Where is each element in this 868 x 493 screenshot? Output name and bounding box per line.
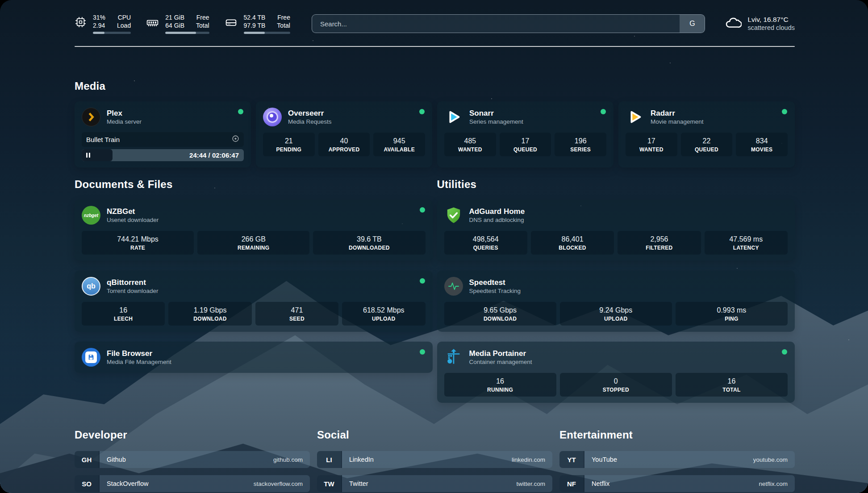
plex-status-dot	[238, 109, 243, 114]
search-bar: G	[312, 14, 705, 33]
overseerr-title: Overseerr	[288, 109, 332, 118]
memory-progress-track	[165, 32, 209, 34]
service-card-filebrowser: File Browser Media File Management	[75, 342, 433, 373]
sonarr-stat-series: 196 SERIES	[555, 133, 606, 156]
disk-icon	[225, 16, 238, 31]
portainer-stat-stopped: 0 STOPPED	[560, 373, 672, 397]
bookmark-stackoverflow-name: StackOverflow	[100, 475, 148, 492]
memory-total-value: 64 GiB	[165, 21, 184, 29]
sonarr-icon	[444, 108, 463, 126]
bookmark-github[interactable]: GH Github github.com	[75, 451, 310, 468]
radarr-desc: Movie management	[651, 118, 704, 126]
qbittorrent-stat-leech: 16 LEECH	[82, 302, 165, 326]
bookmark-netflix[interactable]: NF Netflix netflix.com	[559, 475, 795, 492]
plex-playback-progress: 24:44 / 02:06:47	[82, 149, 244, 161]
overseerr-stat-available: 945 AVAILABLE	[373, 133, 425, 156]
bookmark-linkedin-domain: linkedin.com	[512, 451, 552, 468]
portainer-stat-running: 16 RUNNING	[444, 373, 556, 397]
memory-total-label: Total	[196, 21, 209, 29]
nzbget-stat-downloaded: 39.6 TB DOWNLOADED	[313, 231, 425, 255]
adguard-icon	[444, 206, 463, 225]
radarr-service-link[interactable]: Radarr Movie management	[626, 108, 788, 126]
bookmark-netflix-abbr: NF	[559, 475, 584, 492]
overseerr-desc: Media Requests	[288, 118, 332, 126]
portainer-icon	[444, 348, 463, 367]
overseerr-service-link[interactable]: Overseerr Media Requests	[263, 108, 425, 126]
disk-total-label: Total	[277, 21, 290, 29]
bookmark-youtube-domain: youtube.com	[753, 451, 795, 468]
adguard-stat-blocked: 86,401 BLOCKED	[531, 231, 614, 255]
disk-progress-track	[244, 32, 290, 34]
filebrowser-service-link[interactable]: File Browser Media File Management	[82, 348, 426, 367]
bookmarks-social: Social LI LinkedIn linkedin.com TW Twitt…	[317, 429, 552, 493]
memory-widget: 21 GiB 64 GiB Free Total	[146, 13, 209, 34]
filebrowser-icon	[82, 348, 100, 367]
speedtest-stat-upload: 9.24 Gbps UPLOAD	[560, 302, 672, 326]
now-playing-disc-icon	[232, 135, 239, 144]
overseerr-stat-pending: 21 PENDING	[263, 133, 315, 156]
cpu-load-value: 2.94	[93, 21, 105, 29]
qbittorrent-service-link[interactable]: qb qBittorrent Torrent downloader	[82, 277, 426, 296]
adguard-desc: DNS and adblocking	[469, 216, 525, 224]
radarr-stat-queued: 22 QUEUED	[681, 133, 733, 156]
bookmark-stackoverflow[interactable]: SO StackOverflow stackoverflow.com	[75, 475, 310, 492]
service-card-sonarr: Sonarr Series management 485 WANTED 17 Q…	[437, 101, 613, 167]
service-card-adguard: AdGuard Home DNS and adblocking 498,564 …	[437, 200, 795, 261]
bookmark-stackoverflow-abbr: SO	[75, 475, 100, 492]
weather-condition: scattered clouds	[747, 24, 795, 32]
bookmark-linkedin[interactable]: LI LinkedIn linkedin.com	[317, 451, 552, 468]
plex-now-playing-title: Bullet Train	[86, 136, 120, 143]
adguard-service-link[interactable]: AdGuard Home DNS and adblocking	[444, 206, 788, 225]
search-input[interactable]	[312, 15, 680, 33]
nzbget-service-link[interactable]: nzbget NZBGet Usenet downloader	[82, 206, 426, 225]
speedtest-service-link[interactable]: Speedtest Speedtest Tracking	[444, 277, 788, 296]
radarr-title: Radarr	[651, 109, 704, 118]
filebrowser-title: File Browser	[107, 349, 171, 358]
service-card-plex: Plex Media server Bullet Train	[75, 101, 251, 167]
service-card-overseerr: Overseerr Media Requests 21 PENDING 40 A…	[256, 101, 432, 167]
memory-free-label: Free	[196, 13, 209, 21]
qbittorrent-title: qBittorrent	[107, 278, 159, 287]
documents-column: Documents & Files nzbget NZBGet Usenet d…	[75, 178, 433, 403]
disk-progress-fill	[244, 32, 265, 34]
plex-service-link[interactable]: Plex Media server	[82, 108, 244, 126]
bookmark-github-domain: github.com	[273, 451, 310, 468]
portainer-service-link[interactable]: Media Portainer Container management	[444, 348, 788, 367]
bookmark-linkedin-abbr: LI	[317, 451, 342, 468]
utilities-column: Utilities	[437, 178, 795, 403]
bookmark-linkedin-name: LinkedIn	[342, 451, 374, 468]
nzbget-icon: nzbget	[82, 206, 100, 225]
section-header-documents: Documents & Files	[75, 178, 433, 191]
disk-total-value: 97.9 TB	[244, 21, 266, 29]
cpu-load-label: Load	[117, 21, 131, 29]
sonarr-title: Sonarr	[469, 109, 523, 118]
nzbget-desc: Usenet downloader	[107, 216, 159, 224]
service-card-speedtest: Speedtest Speedtest Tracking 9.65 Gbps D…	[437, 271, 795, 332]
bookmark-twitter-name: Twitter	[342, 475, 368, 492]
snow-specks	[0, 0, 1, 1]
bookmark-netflix-name: Netflix	[584, 475, 609, 492]
search-provider-button[interactable]: G	[680, 15, 705, 33]
section-header-developer: Developer	[75, 429, 310, 441]
service-card-portainer: Media Portainer Container management 16 …	[437, 342, 795, 403]
bookmark-twitter[interactable]: TW Twitter twitter.com	[317, 475, 552, 492]
service-card-nzbget: nzbget NZBGet Usenet downloader 744.21 M…	[75, 200, 433, 261]
sonarr-service-link[interactable]: Sonarr Series management	[444, 108, 606, 126]
bookmark-youtube[interactable]: YT YouTube youtube.com	[559, 451, 795, 468]
plex-desc: Media server	[107, 118, 142, 126]
disk-free-value: 52.4 TB	[244, 13, 266, 21]
pause-icon[interactable]	[86, 153, 90, 158]
bookmark-twitter-abbr: TW	[317, 475, 342, 492]
service-card-radarr: Radarr Movie management 17 WANTED 22 QUE…	[618, 101, 795, 167]
radarr-status-dot	[782, 109, 787, 114]
qbittorrent-status-dot	[420, 278, 425, 284]
nzbget-stat-remaining: 266 GB REMAINING	[197, 231, 309, 255]
cpu-usage-value: 31%	[93, 13, 105, 21]
speedtest-stat-ping: 0.993 ms PING	[676, 302, 788, 326]
cpu-progress-track	[93, 32, 131, 34]
bookmark-youtube-abbr: YT	[559, 451, 584, 468]
adguard-stat-latency: 47.569 ms LATENCY	[705, 231, 788, 255]
adguard-stat-queries: 498,564 QUERIES	[444, 231, 527, 255]
section-header-utilities: Utilities	[437, 178, 795, 191]
portainer-desc: Container management	[469, 358, 532, 366]
